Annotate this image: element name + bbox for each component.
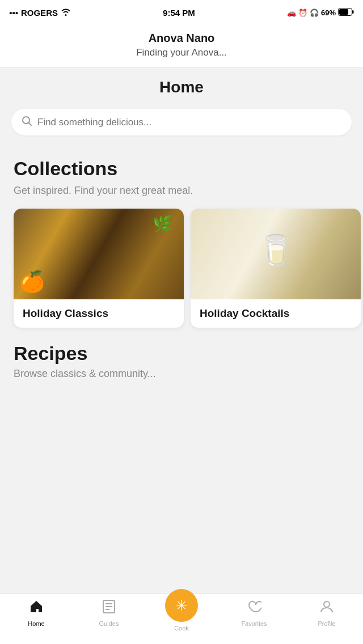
holiday-classics-image <box>14 209 184 299</box>
guides-icon <box>102 599 116 617</box>
tab-favorites[interactable]: Favorites <box>218 599 290 627</box>
status-bar: ▪▪▪ ROGERS 9:54 PM 🚗 ⏰ 🎧 69% <box>0 0 363 25</box>
collections-cards-row: Holiday Classics Holiday Cocktails <box>0 198 363 338</box>
tab-guides-label: Guides <box>99 620 119 627</box>
search-container <box>0 104 363 145</box>
profile-icon <box>319 599 334 617</box>
tab-cook[interactable]: ✳ Cook <box>145 589 218 632</box>
wifi-icon <box>61 8 71 18</box>
recipes-section: Recipes Browse classics & community... <box>0 338 363 380</box>
carrier-label: ROGERS <box>21 8 58 18</box>
device-name: Anova Nano <box>0 32 363 45</box>
search-input[interactable] <box>37 117 341 128</box>
home-icon <box>29 599 44 617</box>
car-icon: 🚗 <box>287 9 296 17</box>
search-bar[interactable] <box>11 109 352 135</box>
battery-icon <box>338 8 354 18</box>
tab-profile[interactable]: Profile <box>290 599 363 627</box>
tab-profile-label: Profile <box>318 620 335 627</box>
svg-rect-1 <box>352 10 353 14</box>
tab-favorites-label: Favorites <box>241 620 267 627</box>
collections-section: Collections Get inspired. Find your next… <box>0 149 363 198</box>
collections-subtitle: Get inspired. Find your next great meal. <box>14 184 349 198</box>
device-status: Finding your Anova... <box>0 47 363 58</box>
collection-card-holiday-classics[interactable]: Holiday Classics <box>14 209 184 328</box>
device-banner: Anova Nano Finding your Anova... <box>0 25 363 68</box>
favorites-icon <box>247 599 261 617</box>
cook-icon: ✳ <box>175 598 188 613</box>
tab-home-label: Home <box>28 620 44 627</box>
svg-rect-2 <box>339 9 348 15</box>
status-right: 🚗 ⏰ 🎧 69% <box>287 8 354 18</box>
card-label-holiday-classics: Holiday Classics <box>14 299 184 328</box>
holiday-cocktails-image <box>191 209 361 299</box>
collections-heading: Collections <box>14 158 349 179</box>
card-label-holiday-cocktails: Holiday Cocktails <box>191 299 361 328</box>
svg-point-3 <box>23 117 29 124</box>
collection-card-holiday-cocktails[interactable]: Holiday Cocktails <box>191 209 361 328</box>
card-image-holiday-classics <box>14 209 184 299</box>
alarm-icon: ⏰ <box>298 9 307 17</box>
recipes-subtitle: Browse classics & community... <box>14 368 349 380</box>
status-left: ▪▪▪ ROGERS <box>9 8 71 18</box>
main-content: Collections Get inspired. Find your next… <box>0 145 363 384</box>
headphone-icon: 🎧 <box>310 9 319 17</box>
cook-button[interactable]: ✳ <box>165 589 198 622</box>
page-header: Home <box>0 68 363 104</box>
tab-guides[interactable]: Guides <box>73 599 145 627</box>
svg-line-4 <box>29 123 31 125</box>
tab-home[interactable]: Home <box>0 599 73 627</box>
battery-label: 69% <box>321 9 336 17</box>
tab-cook-label: Cook <box>174 625 189 632</box>
status-time: 9:54 PM <box>163 8 195 18</box>
card-image-holiday-cocktails <box>191 209 361 299</box>
page-title: Home <box>14 78 349 96</box>
signal-icon: ▪▪▪ <box>9 8 18 18</box>
recipes-heading: Recipes <box>14 342 349 365</box>
search-icon <box>22 116 32 129</box>
svg-point-9 <box>324 601 330 607</box>
tab-bar: Home Guides ✳ Cook Favorites <box>0 593 363 644</box>
